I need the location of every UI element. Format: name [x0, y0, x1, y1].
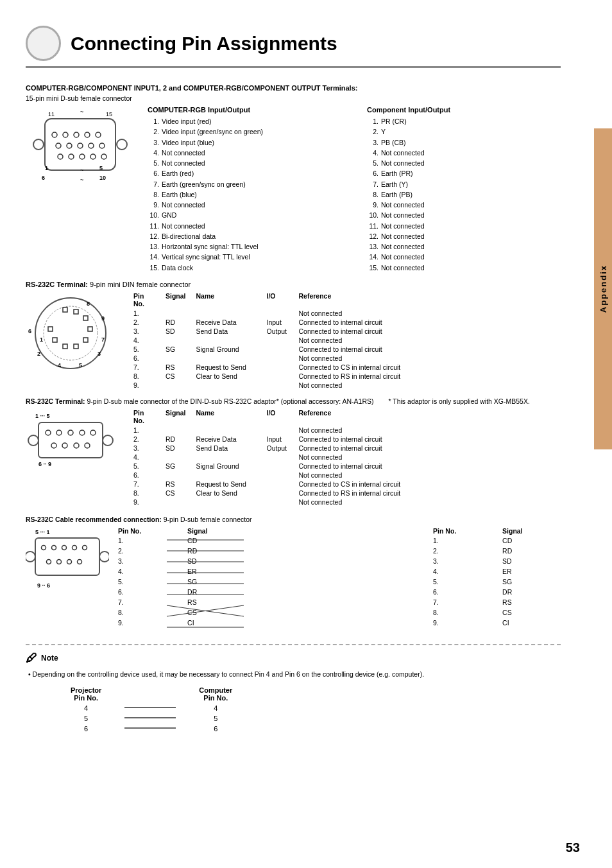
header-reference: Reference [294, 291, 435, 309]
pin-num: 5. [148, 158, 159, 168]
list-item: 1.PR (CR) [367, 116, 561, 126]
table-row: 9.Not connected [128, 381, 435, 390]
pin-num: 3. [367, 137, 378, 148]
pin-line-svg [124, 704, 176, 711]
list-item: 15.Data clock [148, 263, 341, 273]
table-row: 9.Not connected [128, 498, 435, 507]
pin-text: Horizontal sync signal: TTL level [162, 241, 259, 252]
name: Signal Ground [191, 462, 262, 471]
line-cell [246, 597, 430, 607]
io [262, 471, 294, 480]
table-row: 8.CS8.CS [115, 607, 561, 618]
pin-num: 6. [148, 168, 159, 178]
header-pin: Pin No. [128, 291, 160, 309]
pin-num: 10. [367, 210, 378, 220]
pin-text: Not connected [381, 200, 425, 210]
list-item: 1.Video input (red) [148, 116, 341, 126]
col2-title: Component Input/Output [367, 106, 561, 114]
pin-num: 15. [148, 263, 159, 273]
name: Signal Ground [191, 345, 262, 354]
pin-col-1: COMPUTER-RGB Input/Output 1.Video input … [148, 106, 341, 273]
pin-no: 5. [128, 345, 160, 354]
rs232c-table-1: Pin No. Signal Name I/O Reference 1.Not … [128, 291, 435, 390]
reference: Not connected [294, 426, 435, 435]
pin-map-table: ProjectorPin No. ComputerPin No. 4 4 [51, 685, 251, 734]
din9-diagram: 8 9 7 6 3 5 4 2 1 [26, 291, 115, 376]
io [262, 480, 294, 489]
table-header-row: Pin No. Signal Pin No. Signal [115, 526, 561, 535]
pin-no: 7. [128, 363, 160, 372]
svg-rect-62 [35, 538, 99, 575]
table-row: 2.RDReceive DataInputConnected to intern… [128, 318, 435, 327]
page: Appendix Connecting Pin Assignments COMP… [0, 0, 612, 868]
pin-text: PR (CR) [381, 116, 407, 126]
right-signal: DR [500, 587, 561, 597]
dsub15-diagram: 11 ~ 15 [26, 106, 135, 273]
io: Output [262, 327, 294, 336]
pin-text: Earth (PR) [381, 168, 413, 178]
right-pin: 7. [430, 597, 500, 607]
svg-text:9 ·· 6: 9 ·· 6 [37, 582, 50, 589]
header-right-pin: Pin No. [430, 526, 500, 535]
title-area: Connecting Pin Assignments [26, 26, 561, 68]
pin-text: Not connected [381, 252, 425, 262]
table-row: 4.Not connected [128, 336, 435, 345]
pin-no: 1. [128, 426, 160, 435]
right-signal: RD [500, 546, 561, 556]
svg-text:9: 9 [101, 315, 105, 322]
right-pin: 9. [430, 618, 500, 628]
reference: Connected to internal circuit [294, 318, 435, 327]
io [262, 354, 294, 363]
pin-text: Not connected [381, 263, 425, 273]
pin-text: Video input (blue) [162, 137, 214, 148]
svg-text:6 ·· 9: 6 ·· 9 [38, 461, 51, 467]
right-signal: ER [500, 566, 561, 577]
io [262, 372, 294, 381]
pin-num: 13. [148, 241, 159, 252]
line-cell [246, 577, 430, 587]
signal [160, 309, 191, 318]
rs232c-section-2: RS-232C Terminal: 9-pin D-sub male conne… [26, 397, 561, 507]
reference: Not connected [294, 381, 435, 390]
note-icon: 🖊 [26, 652, 37, 665]
proj-pin: 5 [51, 713, 121, 724]
name [191, 336, 262, 345]
reference: Connected to RS in internal circuit [294, 372, 435, 381]
pin-text: Bi-directional data [162, 231, 216, 241]
right-pin: 8. [430, 607, 500, 618]
pin-num: 10. [148, 210, 159, 220]
table-row: 1.CD1.CD [115, 535, 561, 546]
name: Request to Send [191, 480, 262, 489]
table-row: 5.SGSignal GroundConnected to internal c… [128, 345, 435, 354]
signal: CS [160, 372, 191, 381]
line-cell [246, 618, 430, 628]
right-pin: 1. [430, 535, 500, 546]
list-item: 11.Not connected [148, 221, 341, 231]
note-section: 🖊 Note Depending on the controlling devi… [26, 644, 561, 734]
table-row: 1.Not connected [128, 426, 435, 435]
col1-pin-list: 1.Video input (red) 2.Video input (green… [148, 116, 341, 273]
svg-point-63 [26, 551, 35, 562]
signal [160, 471, 191, 480]
name [191, 381, 262, 390]
header-io: I/O [262, 291, 294, 309]
pin-num: 2. [367, 126, 378, 137]
right-pin: 3. [430, 556, 500, 566]
pin-line-svg [124, 724, 176, 732]
svg-text:11: 11 [48, 111, 55, 117]
pin-text: Earth (blue) [162, 189, 197, 200]
name: Send Data [191, 444, 262, 453]
cable-diagram-area: 5 ··· 1 [26, 526, 561, 631]
list-item: 4.Not connected [148, 148, 341, 158]
table-row: 3.SDSend DataOutputConnected to internal… [128, 327, 435, 336]
io [262, 309, 294, 318]
pin-no: 8. [128, 489, 160, 498]
pin-text: Not connected [381, 231, 425, 241]
pin-num: 7. [148, 179, 159, 189]
signal: RD [160, 318, 191, 327]
pin-no: 4. [128, 453, 160, 462]
table-row: 6.DR6.DR [115, 587, 561, 597]
pin-text: Y [381, 126, 386, 137]
signal: SD [160, 327, 191, 336]
svg-text:6: 6 [28, 328, 31, 334]
